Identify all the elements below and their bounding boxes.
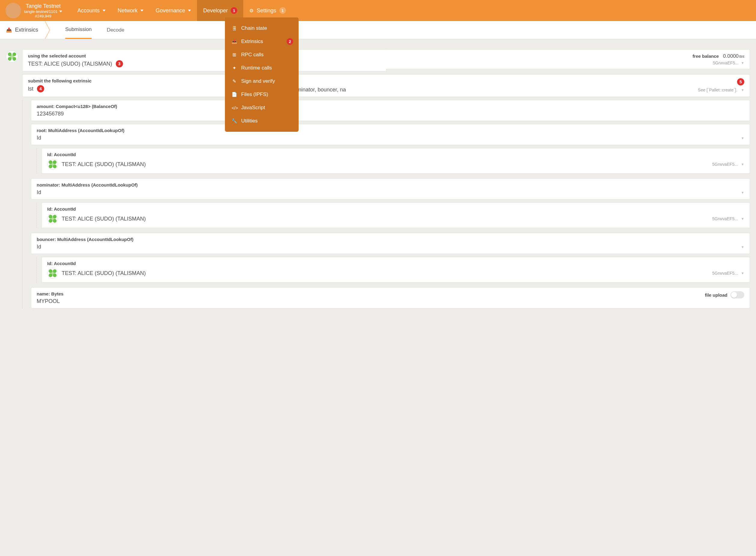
step-badge-4: 4 (37, 85, 44, 92)
balance-panel: free balance 0.0000ttnt 5GrwvaEF5...▼ (386, 49, 750, 69)
database-icon: 🗄 (232, 26, 237, 31)
short-address: 5GrwvaEF5... (712, 216, 738, 221)
dd-runtime[interactable]: ✦Runtime calls (225, 61, 299, 75)
step-badge-1: 1 (231, 7, 237, 14)
dd-files[interactable]: 📄Files (IPFS) (225, 88, 299, 101)
sub-nav: 📤 Extrinsics Submission Decode (0, 21, 756, 39)
identicon (47, 268, 58, 279)
chevron-down-icon: ▼ (741, 271, 744, 275)
step-badge-3: 3 (116, 60, 123, 67)
pallet-value: lst (28, 86, 33, 92)
param-nominator[interactable]: nominator: MultiAddress (AccountIdLookup… (31, 178, 750, 200)
param-amount[interactable]: amount: Compact<u128> (BalanceOf) 123456… (31, 100, 750, 121)
file-icon: 📄 (232, 92, 237, 97)
call-hint: See [`Pallet::create`]. (698, 88, 738, 92)
field-value: TEST: ALICE (SUDO) (TALISMAN) (62, 216, 146, 222)
field-value: Id (37, 189, 41, 196)
chevron-down-icon (59, 10, 62, 12)
dd-utilities[interactable]: 🔧Utilities (225, 114, 299, 128)
wrench-icon: 🔧 (232, 118, 237, 124)
code-icon: </> (232, 105, 237, 110)
chevron-down-icon (103, 10, 106, 11)
chevron-down-icon (141, 10, 144, 11)
field-label: bouncer: MultiAddress (AccountIdLookupOf… (37, 237, 744, 242)
step-badge-5: 5 (737, 78, 744, 85)
gear-icon: ⚙ (249, 8, 254, 13)
nav-settings[interactable]: ⚙Settings1 (249, 7, 286, 14)
account-selector[interactable]: using the selected account TEST: ALICE (… (22, 49, 386, 71)
param-nominator-id[interactable]: Id: AccountId TEST: ALICE (SUDO) (TALISM… (41, 203, 750, 228)
step-badge-2: 2 (287, 38, 293, 45)
field-label: using the selected account (28, 53, 381, 58)
file-upload-label: file upload (705, 292, 727, 298)
top-nav: Tangle Testnet tangle-testnet/1101 #249,… (0, 0, 756, 21)
chevron-down-icon: ▼ (741, 245, 744, 249)
dd-javascript[interactable]: </>JavaScript (225, 101, 299, 114)
field-label: submit the following extrinsic (28, 78, 229, 83)
identicon (6, 50, 18, 63)
balance-label: free balance (692, 54, 719, 59)
dd-extrinsics[interactable]: 📤Extrinsics2 (225, 35, 299, 48)
chevron-down-icon: ▼ (741, 136, 744, 140)
nav-governance[interactable]: Governance (155, 7, 191, 14)
field-label: Id: AccountId (47, 152, 744, 157)
chevron-down-icon (188, 10, 191, 11)
chevron-down-icon: ▼ (741, 163, 744, 166)
file-upload-toggle[interactable] (730, 291, 744, 299)
chain-name: Tangle Testnet (26, 3, 61, 9)
dd-chain-state[interactable]: 🗄Chain state (225, 22, 299, 35)
chain-selector[interactable]: Tangle Testnet tangle-testnet/1101 #249,… (24, 3, 62, 19)
tab-submission[interactable]: Submission (65, 21, 92, 39)
chevron-down-icon: ▼ (741, 191, 744, 194)
field-label: root: MultiAddress (AccountIdLookupOf) (37, 128, 744, 133)
param-root-id[interactable]: Id: AccountId TEST: ALICE (SUDO) (TALISM… (41, 148, 750, 174)
identicon (47, 213, 58, 224)
balance-unit: ttnt (739, 55, 744, 59)
field-value: MYPOOL (37, 298, 744, 305)
field-label: nominator: MultiAddress (AccountIdLookup… (37, 182, 744, 187)
content: using the selected account TEST: ALICE (… (0, 39, 756, 317)
signature-icon: ✎ (232, 78, 237, 84)
field-value: TEST: ALICE (SUDO) (TALISMAN) (62, 161, 146, 168)
field-value: TEST: ALICE (SUDO) (TALISMAN) (62, 270, 146, 277)
breadcrumb: 📤 Extrinsics (6, 27, 45, 33)
short-address: 5GrwvaEF5... (713, 61, 739, 65)
param-root[interactable]: root: MultiAddress (AccountIdLookupOf) I… (31, 124, 750, 145)
param-name[interactable]: file upload name: Bytes MYPOOL (31, 287, 750, 308)
field-label: amount: Compact<u128> (BalanceOf) (37, 104, 744, 109)
dd-sign[interactable]: ✎Sign and verify (225, 75, 299, 88)
developer-dropdown: 🗄Chain state 📤Extrinsics2 ⊞RPC calls ✦Ru… (225, 18, 299, 132)
box-icon: 📤 (232, 39, 237, 44)
params: amount: Compact<u128> (BalanceOf) 123456… (22, 100, 750, 308)
field-label: Id: AccountId (47, 206, 744, 211)
nav-accounts[interactable]: Accounts (77, 7, 106, 14)
chain-block: #249,949 (35, 14, 51, 19)
tab-decode[interactable]: Decode (107, 22, 124, 38)
nav-network[interactable]: Network (118, 7, 144, 14)
chevron-down-icon: ▼ (741, 217, 744, 220)
call-selector[interactable]: 5 create(amount, root, nominator, bounce… (235, 74, 750, 97)
field-label: name: Bytes (37, 291, 744, 297)
field-label: Id: AccountId (47, 261, 744, 266)
settings-badge: 1 (279, 7, 286, 14)
field-value: Id (37, 135, 41, 141)
short-address: 5GrwvaEF5... (712, 162, 738, 167)
balance-value: 0.0000 (723, 53, 739, 59)
field-value: Id (37, 244, 41, 250)
param-bouncer-id[interactable]: Id: AccountId TEST: ALICE (SUDO) (TALISM… (41, 257, 750, 282)
chain-spec: tangle-testnet/1101 (24, 9, 58, 14)
box-icon: 📤 (6, 27, 12, 33)
chevron-down-icon: ▼ (741, 88, 744, 92)
field-value: 123456789 (37, 111, 744, 117)
identicon (47, 159, 58, 170)
chain-logo (5, 3, 21, 19)
runtime-icon: ✦ (232, 65, 237, 71)
dd-rpc[interactable]: ⊞RPC calls (225, 48, 299, 61)
network-icon: ⊞ (232, 52, 237, 58)
pallet-selector[interactable]: submit the following extrinsic lst4 ▼ (22, 74, 235, 97)
account-value: TEST: ALICE (SUDO) (TALISMAN) (28, 61, 112, 67)
param-bouncer[interactable]: bouncer: MultiAddress (AccountIdLookupOf… (31, 233, 750, 254)
short-address: 5GrwvaEF5... (712, 271, 738, 276)
chevron-down-icon[interactable]: ▼ (741, 61, 744, 65)
breadcrumb-arrow-icon (45, 21, 50, 39)
